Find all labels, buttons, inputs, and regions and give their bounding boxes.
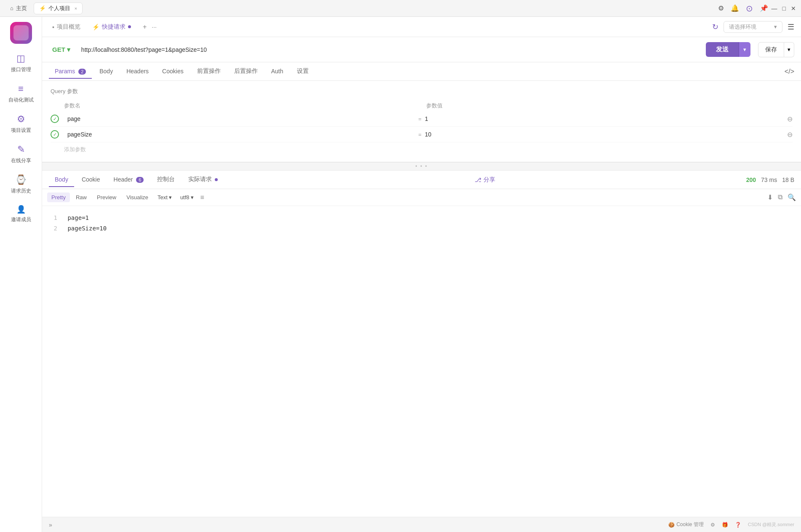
toolbar-right: ↻ 请选择环境 ▾ ☰: [712, 21, 794, 33]
check-circle-icon[interactable]: ⊙: [746, 3, 753, 13]
save-dropdown-button[interactable]: ▾: [784, 42, 794, 57]
app-container: ◫ 接口管理 ≡ 自动化测试 ⚙ 项目设置 ✎ 在线分享 ⌚ 请求历史 👤 邀请…: [0, 17, 801, 532]
param-name-page[interactable]: page: [64, 114, 418, 124]
close-window-button[interactable]: ✕: [791, 5, 796, 12]
response-body-content: 1 page=1 2 pageSize=10: [42, 206, 801, 517]
add-tab-button[interactable]: +: [143, 23, 147, 31]
title-tabs: ⌂ 主页 ⚡ 个人项目 ×: [5, 3, 718, 14]
params-area: Query 参数 参数名 参数值 ✓ page = 1 ⊖ ✓ pageSize…: [42, 81, 801, 162]
sidebar-label-settings: 项目设置: [11, 127, 31, 134]
param-row-page: ✓ page = 1 ⊖: [51, 111, 793, 127]
tab-params[interactable]: Params 2: [49, 64, 92, 79]
fmt-visualize[interactable]: Visualize: [122, 192, 152, 202]
gift-icon[interactable]: 🎁: [722, 522, 728, 528]
history-icon: ⌚: [15, 174, 27, 185]
share-button[interactable]: ⎇ 分享: [475, 176, 495, 184]
sidebar-item-invite[interactable]: 👤 邀请成员: [4, 201, 38, 227]
param-check-page[interactable]: ✓: [51, 115, 59, 123]
param-value-pagesize[interactable]: 10: [422, 129, 776, 139]
param-remove-pagesize[interactable]: ⊖: [776, 131, 793, 139]
pin-icon[interactable]: 📌: [760, 4, 768, 12]
fmt-raw[interactable]: Raw: [72, 192, 91, 202]
app-logo: [10, 22, 32, 44]
project-tab[interactable]: ⚡ 个人项目 ×: [34, 3, 83, 14]
live-dot: [215, 178, 218, 181]
response-format-toolbar: Pretty Raw Preview Visualize Text ▾ utf8: [42, 189, 801, 206]
copy-icon[interactable]: ⧉: [778, 193, 782, 201]
more-tabs-button[interactable]: ···: [152, 24, 157, 30]
fmt-pretty[interactable]: Pretty: [47, 192, 70, 202]
home-tab-label: 主页: [16, 5, 27, 12]
sidebar-item-share[interactable]: ✎ 在线分享: [4, 140, 38, 168]
resp-tab-body[interactable]: Body: [49, 173, 74, 187]
code-icon[interactable]: </>: [785, 68, 794, 75]
close-tab-icon[interactable]: ×: [75, 6, 77, 11]
tab-pre-ops[interactable]: 前置操作: [191, 64, 227, 79]
tab-post-ops[interactable]: 后置操作: [228, 64, 264, 79]
tab-settings[interactable]: 设置: [291, 64, 315, 79]
resp-tab-cookie[interactable]: Cookie: [76, 173, 106, 187]
tab-cookies[interactable]: Cookies: [156, 64, 190, 79]
encoding-chevron: ▾: [191, 194, 194, 201]
resp-tab-console[interactable]: 控制台: [151, 172, 181, 187]
settings-bottom-icon[interactable]: ⚙: [710, 522, 715, 528]
param-value-page[interactable]: 1: [422, 114, 776, 124]
sidebar-item-auto-test[interactable]: ≡ 自动化测试: [4, 79, 38, 108]
sidebar-label-auto-test: 自动化测试: [8, 96, 34, 104]
param-eq-pagesize: =: [418, 131, 422, 138]
quick-request-tab[interactable]: ⚡ 快捷请求: [89, 21, 134, 32]
tab-headers[interactable]: Headers: [120, 64, 155, 79]
search-icon[interactable]: 🔍: [788, 193, 796, 201]
env-select[interactable]: 请选择环境 ▾: [724, 21, 782, 33]
expand-button[interactable]: »: [49, 521, 52, 528]
sidebar-item-interface[interactable]: ◫ 接口管理: [4, 49, 38, 78]
raw-label: Raw: [76, 194, 87, 201]
sidebar-item-history[interactable]: ⌚ 请求历史: [4, 170, 38, 199]
main-content: ▪ 项目概览 ⚡ 快捷请求 + ··· ↻ 请选择环境 ▾ ☰: [42, 17, 801, 532]
sidebar-item-settings[interactable]: ⚙ 项目设置: [4, 110, 38, 138]
save-button[interactable]: 保存: [758, 42, 784, 57]
send-button[interactable]: 发送: [706, 42, 739, 57]
logo-inner: [13, 25, 29, 40]
maximize-button[interactable]: □: [782, 5, 786, 12]
remove-page-button[interactable]: ⊖: [787, 115, 793, 123]
line-num-2: 2: [49, 223, 57, 234]
filter-icon[interactable]: ≡: [200, 194, 204, 201]
auto-test-icon: ≡: [18, 83, 24, 94]
param-check-pagesize[interactable]: ✓: [51, 130, 59, 139]
query-params-title: Query 参数: [51, 88, 793, 95]
url-input[interactable]: [78, 46, 702, 53]
home-tab[interactable]: ⌂ 主页: [5, 3, 32, 14]
param-name-pagesize[interactable]: pageSize: [64, 129, 418, 139]
auth-tab-label: Auth: [271, 68, 283, 75]
tab-auth[interactable]: Auth: [265, 64, 289, 79]
encoding-selector[interactable]: utf8 ▾: [177, 192, 197, 202]
resp-tab-header[interactable]: Header 6: [108, 173, 150, 187]
method-chevron-icon: ▾: [67, 46, 70, 53]
method-selector[interactable]: GET ▾: [49, 43, 74, 56]
status-time: 73 ms: [761, 176, 777, 183]
title-bar-icons: ⚙ 🔔 ⊙ 📌: [718, 3, 768, 13]
hamburger-menu[interactable]: ☰: [788, 22, 794, 32]
fmt-preview[interactable]: Preview: [93, 192, 120, 202]
tab-body[interactable]: Body: [93, 64, 119, 79]
add-param-button[interactable]: 添加参数: [51, 142, 793, 155]
refresh-icon[interactable]: ↻: [712, 22, 718, 32]
cookie-manager-button[interactable]: 🍪 Cookie 管理: [668, 521, 704, 528]
send-dropdown-button[interactable]: ▾: [739, 42, 750, 57]
resp-tab-actual[interactable]: 实际请求: [182, 172, 224, 187]
env-placeholder: 请选择环境: [729, 23, 756, 31]
download-icon[interactable]: ⬇: [767, 193, 773, 201]
settings-icon[interactable]: ⚙: [718, 4, 724, 12]
text-format-selector[interactable]: Text ▾: [154, 192, 175, 202]
minimize-button[interactable]: —: [772, 5, 777, 12]
overview-tab[interactable]: ▪ 项目概览: [49, 21, 84, 32]
bell-icon[interactable]: 🔔: [731, 4, 739, 12]
text-format-chevron: ▾: [169, 194, 172, 201]
response-status: 200 73 ms 18 B: [746, 176, 794, 183]
remove-pagesize-button[interactable]: ⊖: [787, 131, 793, 139]
cookies-tab-label: Cookies: [162, 68, 184, 75]
param-remove-page[interactable]: ⊖: [776, 115, 793, 123]
help-icon[interactable]: ❓: [735, 522, 741, 528]
resize-handle[interactable]: • • •: [42, 162, 801, 171]
